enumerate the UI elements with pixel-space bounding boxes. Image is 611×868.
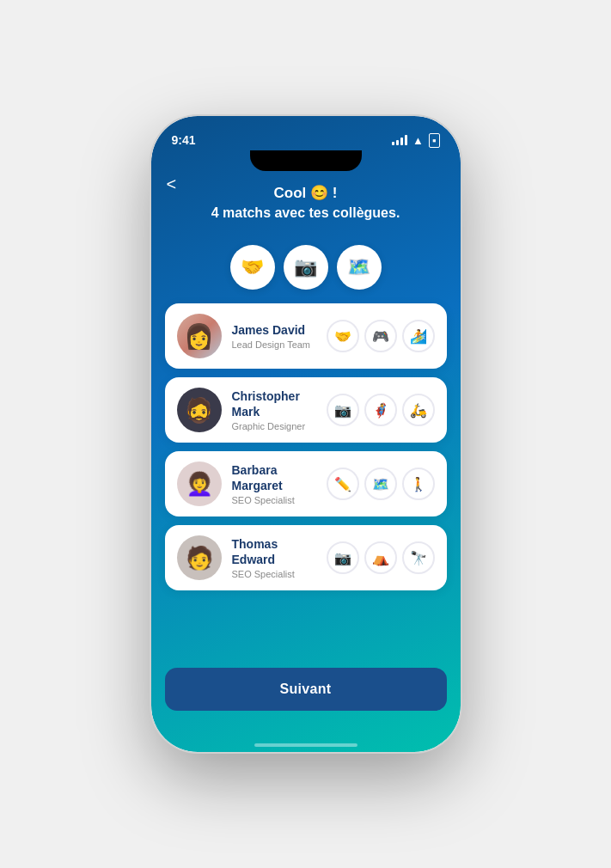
phone-frame: 9:41 ▲ ▪ < Cool 😊 ! 4 matc [151,116,461,752]
person-card-thomas[interactable]: Thomas Edward SEO Specialist 📷 ⛺ 🔭 [165,525,447,590]
match-icons-christopher: 📷 🦸 🛵 [327,394,435,426]
person-name-james: James David [232,322,316,338]
phone-screen: 9:41 ▲ ▪ < Cool 😊 ! 4 matc [151,116,461,752]
header-subtitle: 4 matchs avec tes collègues. [168,204,443,223]
match-icon-christopher-1: 📷 [327,394,359,426]
match-icon-james-1: 🤝 [327,320,359,352]
match-icon-barbara-3: 🚶 [402,468,435,500]
match-icons-thomas: 📷 ⛺ 🔭 [327,541,435,574]
bottom-area: Suivant [151,654,461,731]
match-icon-christopher-2: 🦸 [364,394,397,426]
match-icon-james-2: 🎮 [364,320,397,352]
hobby-icon-handshake: 🤝 [230,245,275,290]
page-header: < Cool 😊 ! 4 matchs avec tes collègues. [151,174,461,238]
person-name-christopher: Christopher Mark [232,388,316,419]
person-name-barbara: Barbara Margaret [232,462,316,493]
person-role-thomas: SEO Specialist [232,569,316,579]
status-bar: 9:41 ▲ ▪ [151,116,461,154]
match-icon-james-3: 🏄 [402,320,435,352]
avatar-james [177,314,222,358]
match-icon-christopher-3: 🛵 [402,394,435,426]
avatar-barbara [177,462,222,506]
match-icon-barbara-2: 🗺️ [364,468,397,500]
hobby-icon-camera: 📷 [284,245,328,290]
match-icon-thomas-2: ⛺ [364,541,397,574]
person-role-barbara: SEO Specialist [232,495,316,505]
person-role-james: Lead Design Team [232,339,316,350]
person-card-barbara[interactable]: Barbara Margaret SEO Specialist ✏️ 🗺️ 🚶 [165,451,447,517]
match-icon-thomas-1: 📷 [327,541,359,574]
person-info-barbara: Barbara Margaret SEO Specialist [232,462,316,505]
hobby-icon-map: 🗺️ [337,245,382,290]
header-title: Cool 😊 ! [168,183,443,204]
suivant-button[interactable]: Suivant [165,668,447,711]
person-info-james: James David Lead Design Team [232,322,316,350]
person-card-christopher[interactable]: Christopher Mark Graphic Designer 📷 🦸 🛵 [165,377,447,443]
avatar-christopher [177,388,222,432]
person-info-christopher: Christopher Mark Graphic Designer [232,388,316,431]
avatar-thomas [177,535,222,580]
hobby-icons-row: 🤝 📷 🗺️ [151,245,461,290]
person-card-james[interactable]: James David Lead Design Team 🤝 🎮 🏄 [165,303,447,369]
home-bar [254,743,357,747]
home-indicator [151,731,461,752]
wifi-icon: ▲ [412,134,424,147]
persons-list: James David Lead Design Team 🤝 🎮 🏄 Chris… [151,303,461,590]
match-icon-thomas-3: 🔭 [402,541,435,574]
signal-icon [392,135,407,145]
back-button[interactable]: < [167,174,177,194]
status-icons: ▲ ▪ [392,133,439,148]
match-icons-james: 🤝 🎮 🏄 [327,320,435,352]
match-icons-barbara: ✏️ 🗺️ 🚶 [327,468,435,500]
person-name-thomas: Thomas Edward [232,536,316,567]
status-time: 9:41 [172,133,196,147]
person-info-thomas: Thomas Edward SEO Specialist [232,536,316,579]
match-icon-barbara-1: ✏️ [327,468,359,500]
battery-icon: ▪ [429,133,440,148]
person-role-christopher: Graphic Designer [232,421,316,431]
notch [250,150,362,171]
